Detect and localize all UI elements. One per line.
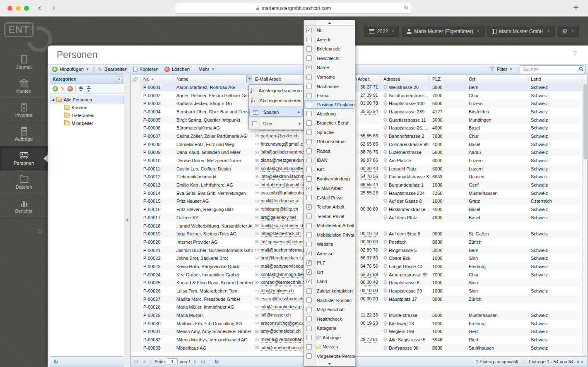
previous-page-button[interactable] — [142, 360, 147, 363]
more-button[interactable]: Mehr ▼ — [195, 65, 217, 74]
column-option-iban[interactable]: IBAN — [304, 156, 355, 165]
email-link[interactable]: info@steinertrick.ch — [260, 231, 301, 237]
checkbox-icon[interactable] — [306, 111, 312, 116]
table-row[interactable]: P-00027Madita Marc, Fressbude GmbH✉essen… — [131, 295, 582, 303]
tree-node-lieferanten[interactable]: Lieferanten — [63, 111, 124, 119]
table-row[interactable]: P-00014Eva Gribi, Eva Gribi Vermietungen… — [131, 189, 582, 197]
column-header-adresse[interactable]: Adresse — [381, 75, 430, 83]
column-option-geschlecht[interactable]: Geschlecht — [304, 54, 355, 63]
email-link[interactable]: brot@brotbaeckerei.c — [260, 255, 304, 261]
checkbox-icon[interactable] — [306, 279, 312, 284]
column-option-mobiltelefon-arbeit[interactable]: Mobiltelefon Arbeit — [304, 221, 355, 230]
email-link[interactable]: mail@bucherinformat — [260, 247, 304, 253]
email-link[interactable]: essen@fressbude.ch — [260, 296, 304, 302]
column-header-land[interactable]: Land — [528, 75, 583, 83]
table-row[interactable]: P-00017Galerie XY✉art@galeriexy.netAuf d… — [131, 213, 582, 222]
checkbox-icon[interactable] — [306, 288, 312, 294]
checkbox-icon[interactable] — [306, 195, 312, 200]
table-row[interactable]: P-00033Möbelhaus AG✉info@moebenhaus.chDo… — [131, 344, 582, 352]
sidebar-item-personen[interactable]: Personen — [0, 146, 48, 170]
table-row[interactable]: P-00030Matthias Erb, Erb Consulting AG✉e… — [131, 319, 582, 328]
phone-link[interactable]: 00 10 00 — [360, 288, 378, 294]
phone-link[interactable]: 00 30 40 — [360, 280, 378, 285]
column-option-firma[interactable]: Firma — [304, 91, 355, 101]
table-row[interactable]: P-00010Denise Durrer, Metzgerei Durrer✉d… — [131, 156, 582, 165]
column-option-vorname[interactable]: Vorname — [304, 72, 355, 82]
sidebar-item-inventar[interactable]: Inventar — [0, 98, 48, 122]
checkbox-icon[interactable] — [306, 93, 312, 98]
column-option-n-chster-kontakt[interactable]: Nächster Kontakt — [304, 295, 355, 305]
checkbox-icon[interactable] — [306, 158, 312, 163]
table-row[interactable]: P-00013Emilio Kart, Lehrfahrerei AG✉lehr… — [131, 181, 582, 189]
user-menu[interactable]: Maria Muster (Eigentümer) ▼ — [402, 26, 484, 37]
menu-item-absteigend-sortieren[interactable]: ZA↓Absteigend sortieren — [249, 96, 303, 106]
phone-link[interactable]: 00 30 40 — [360, 166, 378, 172]
column-option-notizen[interactable]: Notizen — [304, 342, 355, 352]
tree-node-mitarbeiter[interactable]: Mitarbeiter — [63, 119, 124, 127]
splitter-collapse-handle[interactable] — [126, 218, 128, 222]
phone-link[interactable]: 00 18 73 — [360, 231, 378, 237]
column-header-ort[interactable]: Ort — [466, 75, 528, 83]
page-number-input[interactable] — [167, 358, 178, 365]
email-link[interactable]: infi@muster.ch — [260, 312, 291, 318]
email-link[interactable]: tom@malerei.ch — [260, 288, 294, 294]
table-row[interactable]: P-00028Maria Müller, Immofinder AG✉info@… — [131, 303, 582, 312]
column-option-briefanrede[interactable]: Briefanrede — [304, 44, 355, 54]
table-row[interactable]: P-00007Celina Zoller, Zoller Parfümerie … — [131, 132, 582, 140]
checkbox-icon[interactable] — [306, 167, 312, 172]
sidebar-item-konten[interactable]: Konten — [0, 74, 48, 98]
vertical-scrollbar[interactable] — [582, 83, 587, 356]
table-row[interactable]: P-00025Konrad & Elise Rosa, Konrad Lernt… — [131, 279, 582, 287]
email-link[interactable]: mail@kursanbieter.ch — [260, 223, 304, 229]
sidebar-item-dateien[interactable]: Dateien — [0, 170, 48, 194]
column-option-healthcheck[interactable]: Healthcheck — [304, 314, 355, 324]
phone-link[interactable]: 56 37 89 — [360, 255, 378, 261]
column-option-anh-nge[interactable]: Anhänge — [304, 333, 355, 343]
table-row[interactable]: P-00008Cornelia Fritz, Fritz und Weg✉fri… — [131, 140, 582, 149]
checkbox-icon[interactable] — [306, 242, 312, 247]
column-menu-trigger[interactable]: ▼ — [246, 75, 252, 83]
table-row[interactable]: P-00021Jasmin Bucher, Bucherinformatik G… — [131, 246, 582, 254]
checkbox-icon[interactable] — [306, 335, 312, 340]
column-option-name[interactable]: Name — [304, 63, 355, 72]
email-link[interactable]: info@immofinderag.c — [260, 304, 304, 310]
company-menu[interactable]: Maria Muster GmbH ▼ — [487, 26, 555, 37]
table-row[interactable]: P-00024Kira Gruber, Immobilien Gruber✉ko… — [131, 271, 582, 279]
checkbox-icon[interactable] — [306, 28, 312, 33]
minimize-window-button[interactable] — [16, 6, 21, 11]
email-link[interactable]: kontakt@immogruber — [260, 272, 304, 278]
menu-item-aufsteigend-sortieren[interactable]: AZ↑Aufsteigend sortieren — [249, 86, 303, 96]
table-row[interactable]: P-00023Kevin Horb, Partyservice Quick✉ma… — [131, 262, 582, 271]
checkbox-icon[interactable] — [306, 223, 312, 228]
table-row[interactable]: P-00019Ingo Steiner, Steiner-Trick AG✉in… — [131, 230, 582, 238]
collapse-panel-button[interactable]: « — [116, 76, 123, 82]
table-row[interactable]: P-00012Elektronikfachmarkt✉info@elektron… — [131, 173, 582, 181]
column-option-telefon-privat[interactable]: Telefon Privat — [304, 211, 355, 221]
table-row[interactable]: P-00029Maria Muster✉infi@muster.ch11 22 … — [131, 311, 582, 319]
tree-node-alle-personen[interactable]: ◢ Alle Personen — [50, 96, 124, 103]
menu-item-filter[interactable]: Filter▶ — [249, 119, 303, 129]
column-header-nr[interactable]: Nr. ▲ — [141, 75, 174, 83]
checkbox-icon[interactable] — [306, 120, 312, 126]
phone-link[interactable]: 11 22 33 — [361, 312, 378, 318]
address-bar[interactable]: mariamustergmbh.cashctrl.com ↻ — [175, 3, 412, 14]
email-link[interactable]: info@elektronikfachm — [260, 174, 304, 180]
phone-link[interactable]: 36 27 71 — [360, 84, 378, 90]
email-link[interactable]: parfuem@zoller.ch — [260, 133, 299, 139]
column-header-attachment[interactable] — [131, 75, 141, 83]
column-option-nr[interactable]: Nr. — [304, 26, 355, 35]
column-option-plz[interactable]: PLZ — [304, 258, 355, 268]
next-page-button[interactable] — [193, 360, 198, 363]
checkbox-icon[interactable] — [306, 74, 312, 80]
phone-link[interactable]: 65 37 89 — [360, 272, 378, 278]
table-row[interactable]: P-00022Jolina Brot, Bäckerei Brot✉brot@b… — [131, 254, 582, 262]
checkbox-icon[interactable] — [306, 213, 312, 219]
phone-link[interactable]: 62 65 85 — [360, 142, 378, 147]
settings-menu[interactable]: ⚙ ▼ — [558, 26, 579, 37]
checkbox-icon[interactable] — [306, 176, 312, 182]
count-menu[interactable]: #▼ — [577, 359, 584, 364]
column-option-branche-beruf[interactable]: Branche / Beruf — [304, 118, 355, 128]
email-link[interactable]: fritzundweg@gmail.c — [260, 142, 303, 147]
table-row[interactable]: P-00015Fritz Hauser AG✉mail@fritzhauser.… — [131, 197, 582, 206]
copy-button[interactable]: Kopieren — [130, 65, 161, 74]
